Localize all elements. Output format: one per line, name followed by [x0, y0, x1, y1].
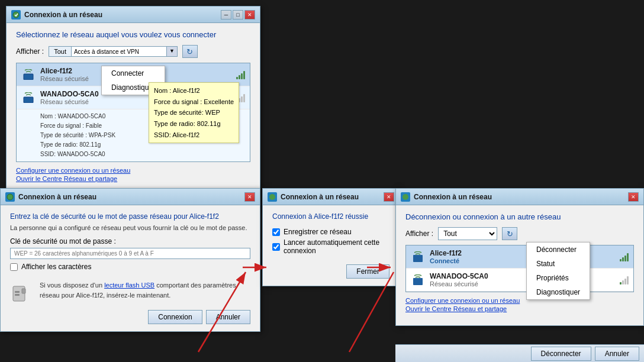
disconnect-heading: Déconnexion ou connexion à un autre rése…: [405, 212, 634, 221]
disconnect-network-wanadoo[interactable]: WANADOO-5CA0 Réseau sécurisé: [406, 269, 633, 292]
save-network-label: Enregistrer ce réseau: [284, 228, 352, 236]
svg-point-10: [402, 194, 408, 200]
dropdown-tab-tout[interactable]: Tout: [49, 47, 72, 56]
password-cancel-btn[interactable]: Annuler: [206, 310, 250, 324]
show-chars-row: Afficher les caractères: [10, 263, 250, 271]
auto-connect-checkbox[interactable]: [272, 243, 280, 251]
main-dialog-titlebar: Connexion à un réseau ─ □ ✕: [7, 7, 260, 23]
success-dialog-titlebar: Connexion à un réseau ✕: [263, 189, 399, 205]
link-center[interactable]: Ouvrir le Centre Réseau et partage: [16, 175, 250, 182]
disconnect-dialog-content: Déconnexion ou connexion à un autre rése…: [396, 205, 643, 325]
password-dialog-titlebar: Connexion à un réseau ✕: [1, 189, 260, 205]
afficher-dropdown-group[interactable]: Tout Accès à distance et VPN ▼: [49, 46, 178, 57]
close-button-success[interactable]: Fermer: [346, 264, 389, 279]
password-dialog-content: Entrez la clé de sécurité ou le mot de p…: [1, 205, 260, 331]
disconnect-dialog: Connexion à un réseau ✕ Déconnexion ou c…: [395, 188, 644, 326]
disconnect-refresh-btn[interactable]: ↻: [502, 227, 517, 240]
auto-connect-row: Lancer automatiquement cette connexion: [272, 238, 389, 255]
auto-connect-label: Lancer automatiquement cette connexion: [284, 238, 389, 255]
ctx-status[interactable]: Statut: [527, 257, 590, 271]
flash-text: Si vous disposez d'un lecteur flash USB …: [40, 280, 250, 300]
disconnect-signal-wanadoo: [620, 275, 629, 285]
success-dialog-title: Connexion à un réseau: [281, 193, 380, 201]
context-connect[interactable]: Connecter: [102, 66, 165, 80]
bottom-disconnect-btn[interactable]: Déconnecter: [531, 347, 591, 361]
main-dialog-title: Connexion à un réseau: [24, 11, 217, 19]
disconnect-network-alice[interactable]: Alice-f1f2 Connecté: [406, 245, 633, 269]
svg-rect-11: [413, 255, 423, 262]
bottom-bar: Déconnecter Annuler: [395, 344, 644, 362]
success-dialog-icon: [268, 192, 277, 202]
success-close-btn[interactable]: ✕: [384, 192, 394, 202]
disconnect-link-configure[interactable]: Configurer une connexion ou un réseau: [405, 297, 634, 304]
password-close-btn[interactable]: ✕: [244, 192, 255, 202]
disconnect-context-menu: Déconnecter Statut Propriétés Diagnostiq…: [526, 242, 590, 300]
disconnect-afficher-row: Afficher : Tout ↻: [405, 227, 634, 240]
flash-section: Si vous disposez d'un lecteur flash USB …: [10, 280, 250, 304]
password-field-group: Clé de sécurité ou mot de passe :: [10, 237, 250, 259]
minimize-button[interactable]: ─: [221, 10, 231, 20]
svg-rect-3: [24, 97, 33, 103]
maximize-button[interactable]: □: [233, 10, 243, 20]
ctx-disconnect[interactable]: Déconnecter: [527, 243, 590, 257]
main-dialog-heading: Sélectionnez le réseau auquel vous voule…: [16, 30, 250, 39]
afficher-label: Afficher :: [16, 47, 44, 56]
signal-alice: [236, 70, 245, 79]
refresh-button[interactable]: ↻: [182, 45, 198, 58]
password-title-buttons: ✕: [244, 192, 255, 202]
password-buttons: Connexion Annuler: [10, 310, 250, 324]
ctx-properties[interactable]: Propriétés: [527, 271, 590, 285]
afficher-row: Afficher : Tout Accès à distance et VPN …: [16, 45, 250, 58]
disconnect-icon-wanadoo: [411, 273, 425, 287]
disconnect-link-center[interactable]: Ouvrir le Centre Réseau et partage: [405, 305, 634, 312]
disconnect-bottom-links: Configurer une connexion ou un réseau Ou…: [405, 297, 634, 312]
bottom-links: Configurer une connexion ou un réseau Ou…: [16, 167, 250, 182]
save-network-checkbox[interactable]: [272, 228, 280, 236]
bottom-cancel-btn[interactable]: Annuler: [595, 347, 639, 361]
tooltip: Nom : Alice-f1f2 Force du signal : Excel…: [149, 82, 239, 143]
ctx-diagnose[interactable]: Diagnostiquer: [527, 285, 590, 299]
success-buttons: Fermer: [272, 264, 389, 279]
link-configure[interactable]: Configurer une connexion ou un réseau: [16, 167, 250, 174]
password-dialog-title: Connexion à un réseau: [18, 193, 241, 201]
success-heading: Connexion à Alice-f1f2 réussie: [272, 212, 389, 221]
flash-icon: [10, 280, 34, 304]
password-connect-btn[interactable]: Connexion: [148, 310, 202, 324]
password-heading: Entrez la clé de sécurité ou le mot de p…: [10, 212, 250, 221]
main-dialog-buttons: ─ □ ✕: [221, 10, 255, 20]
network-icon-wanadoo: [21, 90, 36, 105]
success-dialog: Connexion à un réseau ✕ Connexion à Alic…: [262, 188, 400, 286]
dropdown-arrow[interactable]: ▼: [166, 47, 177, 56]
flash-link[interactable]: lecteur flash USB: [104, 282, 154, 289]
disconnect-signal-alice: [620, 252, 629, 261]
svg-rect-12: [413, 278, 423, 285]
disconnect-dialog-title: Connexion à un réseau: [414, 193, 624, 201]
main-dialog-icon: [11, 10, 21, 20]
disconnect-afficher-label: Afficher :: [405, 230, 433, 238]
dropdown-value: Accès à distance et VPN: [74, 49, 139, 55]
svg-rect-6: [22, 289, 25, 293]
disconnect-dropdown[interactable]: Tout: [438, 227, 497, 240]
svg-rect-8: [15, 294, 20, 296]
svg-point-0: [13, 12, 19, 18]
disconnect-close-btn[interactable]: ✕: [628, 192, 639, 202]
disconnect-dialog-titlebar: Connexion à un réseau ✕: [396, 189, 643, 205]
disconnect-network-list: Alice-f1f2 Connecté: [405, 245, 634, 292]
password-description: La personne qui a configuré ce réseau pe…: [10, 224, 250, 231]
dropdown-select-area[interactable]: Accès à distance et VPN: [72, 47, 166, 56]
success-dialog-content: Connexion à Alice-f1f2 réussie Enregistr…: [263, 205, 399, 286]
svg-rect-7: [15, 291, 20, 293]
success-title-buttons: ✕: [384, 192, 394, 202]
password-input[interactable]: [10, 248, 250, 259]
svg-point-4: [7, 194, 13, 200]
show-chars-checkbox[interactable]: [10, 263, 18, 271]
svg-point-9: [269, 194, 275, 200]
password-dialog-icon: [5, 192, 15, 202]
disconnect-title-buttons: ✕: [628, 192, 639, 202]
close-button[interactable]: ✕: [244, 10, 255, 20]
save-network-row: Enregistrer ce réseau: [272, 228, 389, 236]
network-icon-alice: [21, 67, 36, 82]
password-field-label: Clé de sécurité ou mot de passe :: [10, 237, 250, 245]
svg-rect-1: [24, 74, 33, 80]
disconnect-dialog-icon: [401, 192, 410, 202]
